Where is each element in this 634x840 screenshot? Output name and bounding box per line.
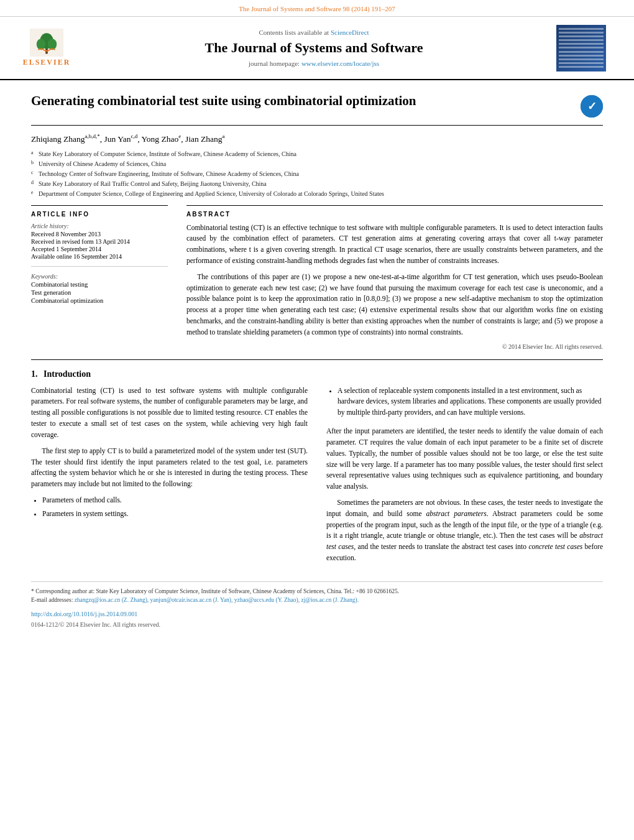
cover-stripe-11 xyxy=(559,66,604,68)
abstract-params-italic: abstract parameters xyxy=(426,510,487,517)
concrete-test-cases-italic: concrete test cases xyxy=(528,543,582,550)
affil-d: d State Key Laboratory of Rail Traffic C… xyxy=(31,179,603,189)
author-affiliations: a State Key Laboratory of Computer Scien… xyxy=(31,149,603,199)
cover-stripe-2 xyxy=(559,32,604,34)
affil-b: b University of Chinese Academy of Scien… xyxy=(31,159,603,169)
article-history-label: Article history: xyxy=(31,223,168,229)
intro-right: A selection of replaceable system compon… xyxy=(326,385,603,569)
journal-header: ELSEVIER Contents lists available at Sci… xyxy=(0,17,634,80)
abstract-title: ABSTRACT xyxy=(186,205,603,218)
left-col: ARTICLE INFO Article history: Received 8… xyxy=(31,205,168,350)
received-date: Received 8 November 2013 xyxy=(31,231,168,238)
crossmark-icon: ✓ xyxy=(581,95,603,118)
section-divider xyxy=(31,359,603,360)
footnote-star: * Corresponding author at: State Key Lab… xyxy=(31,587,603,596)
right-bullet-1: A selection of replaceable system compon… xyxy=(338,385,603,418)
accepted-date: Accepted 1 September 2014 xyxy=(31,246,168,252)
elsevier-text: ELSEVIER xyxy=(23,58,71,67)
available-online-date: Available online 16 September 2014 xyxy=(31,253,168,260)
intro-right-para-1: After the input parameters are identifie… xyxy=(326,426,603,492)
bottom-copyright: 0164-1212/© 2014 Elsevier Inc. All right… xyxy=(31,620,603,629)
bullet-2: Parameters in system settings. xyxy=(42,509,308,520)
article-info-abstract: ARTICLE INFO Article history: Received 8… xyxy=(31,205,603,350)
intro-left: Combinatorial testing (CT) is used to te… xyxy=(31,385,308,569)
doi-link[interactable]: http://dx.doi.org/10.1016/j.jss.2014.09.… xyxy=(31,611,137,617)
article-title: Generating combinatorial test suite usin… xyxy=(31,93,571,109)
homepage-link[interactable]: www.elsevier.com/locate/jss xyxy=(301,60,379,67)
intro-section: Combinatorial testing (CT) is used to te… xyxy=(31,385,603,569)
abstract-para-1: Combinatorial testing (CT) is an effecti… xyxy=(186,223,603,267)
cover-stripe-9 xyxy=(559,58,604,60)
article-main: Generating combinatorial test suite usin… xyxy=(0,80,634,642)
contents-available: Contents lists available at ScienceDirec… xyxy=(93,29,535,36)
email-links[interactable]: zhangzq@ios.ac.cn (Z. Zhang), yanjun@otc… xyxy=(75,597,359,603)
svg-text:✓: ✓ xyxy=(587,100,597,113)
bullet-1: Parameters of method calls. xyxy=(42,495,308,506)
crossmark-badge: ✓ xyxy=(581,95,603,118)
intro-heading: 1. Introduction xyxy=(31,369,603,379)
intro-para-1: Combinatorial testing (CT) is used to te… xyxy=(31,385,308,441)
keyword-3: Combinatorial optimization xyxy=(31,297,168,304)
abstract-para-2: The contributions of this paper are (1) … xyxy=(186,272,603,338)
cover-stripes xyxy=(556,25,606,72)
cover-stripe-5 xyxy=(559,43,604,45)
elsevier-logo: ELSEVIER xyxy=(23,29,71,67)
info-divider xyxy=(31,266,168,267)
cover-stripe-8 xyxy=(559,55,604,57)
article-title-section: Generating combinatorial test suite usin… xyxy=(31,93,603,126)
journal-title-header: The Journal of Systems and Software xyxy=(93,40,535,56)
journal-header-center: Contents lists available at ScienceDirec… xyxy=(81,29,547,67)
top-notice: The Journal of Systems and Software 98 (… xyxy=(239,5,395,12)
abstract-text: Combinatorial testing (CT) is an effecti… xyxy=(186,223,603,338)
doi-section: http://dx.doi.org/10.1016/j.jss.2014.09.… xyxy=(31,609,603,619)
cover-stripe-7 xyxy=(559,51,604,53)
intro-bullets: Parameters of method calls. Parameters i… xyxy=(42,495,308,520)
article-authors: Zhiqiang Zhanga,b,d,*, Jun Yanc,d, Yong … xyxy=(31,133,603,144)
affil-c: c Technology Center of Software Engineer… xyxy=(31,169,603,179)
intro-right-para-2: Sometimes the parameters are not obvious… xyxy=(326,497,603,564)
keywords-section: Keywords: Combinatorial testing Test gen… xyxy=(31,273,168,304)
intro-right-text: After the input parameters are identifie… xyxy=(326,426,603,564)
article-info-title: ARTICLE INFO xyxy=(31,211,168,218)
affil-a: a State Key Laboratory of Computer Scien… xyxy=(31,149,603,159)
cover-stripe-10 xyxy=(559,62,604,64)
cover-stripe-3 xyxy=(559,35,604,37)
intro-left-text: Combinatorial testing (CT) is used to te… xyxy=(31,385,308,490)
journal-cover-image xyxy=(556,25,606,72)
journal-top-bar: The Journal of Systems and Software 98 (… xyxy=(0,0,634,17)
elsevier-tree-icon xyxy=(28,29,65,57)
affil-e: e Department of Computer Science, Colleg… xyxy=(31,189,603,199)
cover-stripe-4 xyxy=(559,39,604,41)
keyword-2: Test generation xyxy=(31,289,168,296)
journal-cover-container xyxy=(547,23,615,73)
keyword-1: Combinatorial testing xyxy=(31,281,168,288)
received-revised-date: Received in revised form 13 April 2014 xyxy=(31,238,168,245)
page: The Journal of Systems and Software 98 (… xyxy=(0,0,634,840)
intro-right-bullets: A selection of replaceable system compon… xyxy=(338,385,603,418)
cover-stripe-6 xyxy=(559,47,604,48)
right-col: ABSTRACT Combinatorial testing (CT) is a… xyxy=(186,205,603,350)
abstract-copyright: © 2014 Elsevier Inc. All rights reserved… xyxy=(186,343,603,350)
article-info-box: ARTICLE INFO Article history: Received 8… xyxy=(31,205,168,304)
journal-homepage: journal homepage: www.elsevier.com/locat… xyxy=(93,60,535,67)
elsevier-logo-container: ELSEVIER xyxy=(12,23,81,73)
cover-stripe-1 xyxy=(559,28,604,30)
footnote-section: * Corresponding author at: State Key Lab… xyxy=(31,581,603,630)
intro-para-2: The first step to apply CT is to build a… xyxy=(31,446,308,490)
sciencedirect-link[interactable]: ScienceDirect xyxy=(331,29,369,36)
keywords-label: Keywords: xyxy=(31,273,168,280)
footnote-email: E-mail addresses: zhangzq@ios.ac.cn (Z. … xyxy=(31,596,603,604)
